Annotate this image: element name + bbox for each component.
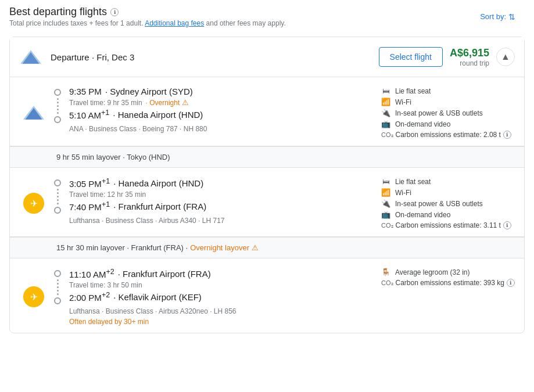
page-header: Best departing flights ℹ Total price inc… — [0, 0, 534, 30]
bag-fees-link[interactable]: Additional bag fees — [145, 19, 204, 27]
flight-meta-1: ANA · Business Class · Boeing 787 · NH 8… — [69, 125, 370, 133]
warning-icon-layover: ⚠ — [252, 243, 259, 252]
departure-circle-2 — [54, 179, 61, 186]
warning-icon-1: ⚠ — [182, 98, 189, 107]
flight-card: Departure · Fri, Dec 3 Select flight A$6… — [9, 37, 525, 333]
video-icon-1: 📺 — [381, 120, 390, 128]
lufthansa-logo-1: ✈ — [23, 193, 44, 214]
arrival-time-1: 5:10 AM+1 · Haneda Airport (HND) — [69, 109, 370, 120]
layover-2: 15 hr 30 min layover · Frankfurt (FRA) ·… — [10, 237, 524, 258]
co2-icon-3: CO₂ — [381, 279, 393, 287]
amenity-wifi-1: 📶 Wi-Fi — [381, 98, 515, 106]
price-info: A$6,915 round trip — [450, 47, 489, 67]
expand-button[interactable]: ▲ — [496, 48, 515, 66]
flight-segment-3: ✈ 11:10 AM+2 · Frankfurt Airport (FRA) T… — [10, 258, 524, 333]
power-icon-2: 🔌 — [381, 199, 390, 208]
timeline-dots — [57, 98, 59, 114]
lufthansa-logo-2: ✈ — [23, 286, 44, 307]
airline-logo-ana — [19, 87, 48, 139]
legroom-icon: 🪑 — [381, 268, 390, 276]
emissions-3: CO₂ Carbon emissions estimate: 393 kg ℹ — [381, 279, 515, 287]
travel-time-3: Travel time: 3 hr 50 min — [69, 281, 370, 289]
arrival-circle-2 — [54, 207, 61, 214]
amenities-3: 🪑 Average legroom (32 in) CO₂ Carbon emi… — [370, 268, 515, 326]
info-icon[interactable]: ℹ — [110, 8, 119, 16]
airline-header-icon — [19, 45, 42, 69]
segment-timeline-3 — [54, 268, 61, 326]
select-flight-button[interactable]: Select flight — [379, 47, 443, 67]
timeline-dots-2 — [57, 189, 59, 204]
sort-bar: Sort by: ⇅ — [471, 10, 525, 24]
price-label: round trip — [450, 59, 489, 67]
emissions-1: CO₂ Carbon emissions estimate: 2.08 t ℹ — [381, 131, 515, 139]
departure-info: Departure · Fri, Dec 3 — [51, 52, 379, 62]
svg-text:✈: ✈ — [30, 292, 38, 302]
wifi-icon-2: 📶 — [381, 188, 390, 197]
price-value: A$6,915 — [450, 47, 489, 59]
svg-text:✈: ✈ — [30, 199, 38, 208]
airline-logo-lh-1: ✈ — [19, 177, 48, 229]
emissions-info-3[interactable]: ℹ — [507, 279, 515, 287]
delay-warning: Often delayed by 30+ min — [69, 318, 370, 326]
flight-meta-2: Lufthansa · Business Class · Airbus A340… — [69, 217, 370, 225]
departure-circle — [54, 89, 61, 96]
card-header: Departure · Fri, Dec 3 Select flight A$6… — [10, 37, 524, 77]
arrival-time-2: 7:40 PM+1 · Frankfurt Airport (FRA) — [69, 200, 370, 212]
arrival-time-3: 2:00 PM+2 · Keflavik Airport (KEF) — [69, 291, 370, 303]
layover-1: 9 hr 55 min layover · Tokyo (HND) — [10, 146, 524, 168]
overnight-warning-1: · Overnight ⚠ — [146, 98, 189, 107]
departure-circle-3 — [54, 270, 61, 277]
travel-time-1: Travel time: 9 hr 35 min · Overnight ⚠ — [69, 98, 370, 107]
emissions-info-2[interactable]: ℹ — [503, 221, 511, 229]
arrival-circle-3 — [54, 297, 61, 304]
page-subtitle: Total price includes taxes + fees for 1 … — [9, 19, 286, 27]
page-title: Best departing flights ℹ — [9, 6, 286, 18]
flight-meta-3: Lufthansa · Business Class · Airbus A320… — [69, 307, 370, 315]
segment-main-2: 3:05 PM+1 · Haneda Airport (HND) Travel … — [69, 177, 370, 229]
card-header-actions: Select flight A$6,915 round trip ▲ — [379, 47, 515, 67]
timeline-dots-3 — [57, 279, 59, 295]
amenities-2: 🛏 Lie flat seat 📶 Wi-Fi 🔌 In-seat power … — [370, 177, 515, 229]
airline-logo-lh-2: ✈ — [19, 268, 48, 326]
travel-time-2: Travel time: 12 hr 35 min — [69, 190, 370, 199]
amenity-video-1: 📺 On-demand video — [381, 120, 515, 128]
departure-time-3: 11:10 AM+2 · Frankfurt Airport (FRA) — [69, 268, 370, 279]
emissions-2: CO₂ Carbon emissions estimate: 3.11 t ℹ — [381, 221, 515, 229]
video-icon-2: 📺 — [381, 210, 390, 219]
amenity-legroom: 🪑 Average legroom (32 in) — [381, 268, 515, 276]
flight-segment-2: ✈ 3:05 PM+1 · Haneda Airport (HND) Trave… — [10, 168, 524, 237]
emissions-info-1[interactable]: ℹ — [503, 131, 511, 139]
title-text: Best departing flights — [9, 6, 107, 18]
amenity-lie-flat: 🛏 Lie flat seat — [381, 87, 515, 95]
sort-icon[interactable]: ⇅ — [508, 12, 515, 21]
departure-time-2: 3:05 PM+1 · Haneda Airport (HND) — [69, 177, 370, 189]
amenity-wifi-2: 📶 Wi-Fi — [381, 188, 515, 197]
departure-time-1: 9:35 PM · Sydney Airport (SYD) — [69, 87, 370, 96]
amenity-video-2: 📺 On-demand video — [381, 210, 515, 219]
co2-icon-2: CO₂ — [381, 222, 393, 229]
power-icon-1: 🔌 — [381, 109, 390, 117]
amenities-1: 🛏 Lie flat seat 📶 Wi-Fi 🔌 In-seat power … — [370, 87, 515, 139]
co2-icon-1: CO₂ — [381, 131, 393, 139]
arrival-circle — [54, 116, 61, 123]
sort-label: Sort by: — [480, 12, 506, 21]
segment-main-1: 9:35 PM · Sydney Airport (SYD) Travel ti… — [69, 87, 370, 139]
lie-flat-icon: 🛏 — [381, 87, 390, 95]
amenity-power-1: 🔌 In-seat power & USB outlets — [381, 109, 515, 117]
amenity-lie-flat-2: 🛏 Lie flat seat — [381, 177, 515, 186]
flight-segment-1: 9:35 PM · Sydney Airport (SYD) Travel ti… — [10, 77, 524, 146]
segment-timeline-1 — [54, 87, 61, 139]
lie-flat-icon-2: 🛏 — [381, 177, 390, 186]
segment-main-3: 11:10 AM+2 · Frankfurt Airport (FRA) Tra… — [69, 268, 370, 326]
overnight-layover-label: Overnight layover ⚠ — [190, 243, 259, 252]
segment-timeline-2 — [54, 177, 61, 229]
amenity-power-2: 🔌 In-seat power & USB outlets — [381, 199, 515, 208]
wifi-icon-1: 📶 — [381, 98, 390, 106]
